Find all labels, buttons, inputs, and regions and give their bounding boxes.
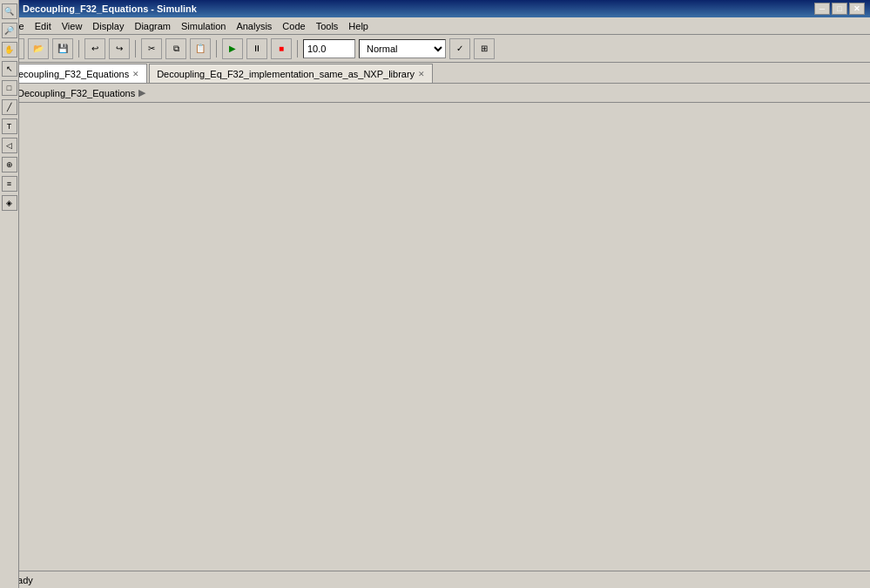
minimize-button[interactable]: ─	[814, 3, 830, 15]
breadcrumb: Decoupling_F32_Equations	[17, 88, 135, 98]
menu-code[interactable]: Code	[277, 19, 310, 33]
menu-analysis[interactable]: Analysis	[231, 19, 277, 33]
sidebar-misc3[interactable]: ◈	[2, 195, 17, 211]
mode-select[interactable]: Normal Accelerator	[359, 39, 446, 58]
sep3	[216, 40, 217, 57]
sidebar-text[interactable]: T	[2, 118, 17, 134]
menu-help[interactable]: Help	[343, 19, 374, 33]
cut-button[interactable]: ✂	[141, 38, 162, 59]
open-button[interactable]: 📂	[28, 38, 49, 59]
sidebar-block[interactable]: □	[2, 80, 17, 96]
sidebar-line[interactable]: ╱	[2, 99, 17, 115]
copy-button[interactable]: ⧉	[165, 38, 186, 59]
tab-decoupling-f32[interactable]: Decoupling_F32_Equations ✕	[3, 64, 147, 83]
menu-diagram[interactable]: Diagram	[129, 19, 176, 33]
sep2	[135, 40, 136, 57]
tab-label-2: Decoupling_Eq_F32_implementation_same_as…	[157, 69, 415, 79]
sidebar-zoom-in[interactable]: 🔍	[2, 3, 17, 19]
menu-view[interactable]: View	[57, 19, 88, 33]
sidebar-port[interactable]: ◁	[2, 138, 17, 153]
tab-decoupling-eq[interactable]: Decoupling_Eq_F32_implementation_same_as…	[149, 64, 433, 83]
sidebar-misc1[interactable]: ⊕	[2, 157, 17, 172]
menu-display[interactable]: Display	[87, 19, 129, 33]
tab-close-2[interactable]: ✕	[418, 70, 425, 78]
title-bar: Decoupling_F32_Equations - Simulink ─ □ …	[0, 0, 870, 17]
paste-button[interactable]: 📋	[190, 38, 211, 59]
sep4	[297, 40, 298, 57]
menu-edit[interactable]: Edit	[30, 19, 57, 33]
redo-button[interactable]: ↪	[109, 38, 130, 59]
maximize-button[interactable]: □	[832, 3, 847, 15]
sidebar-misc2[interactable]: ≡	[2, 176, 17, 192]
breadcrumb-arrow: ▶	[138, 87, 145, 98]
left-sidebar: 🔍 🔎 ✋ ↖ □ ╱ T ◁ ⊕ ≡ ◈	[0, 0, 19, 588]
window-title: Decoupling_F32_Equations - Simulink	[23, 3, 197, 14]
sidebar-hand[interactable]: ✋	[2, 42, 17, 57]
run-button[interactable]: ▶	[222, 38, 243, 59]
pause-button[interactable]: ⏸	[246, 38, 267, 59]
grid-button[interactable]: ⊞	[474, 38, 495, 59]
toolbar: 📄 📂 💾 ↩ ↪ ✂ ⧉ 📋 ▶ ⏸ ■ Normal Accelerator…	[0, 35, 870, 63]
close-button[interactable]: ✕	[849, 3, 865, 15]
sidebar-zoom-out[interactable]: 🔎	[2, 23, 17, 38]
sep1	[78, 40, 79, 57]
menu-tools[interactable]: Tools	[311, 19, 344, 33]
save-button[interactable]: 💾	[52, 38, 73, 59]
breadcrumb-bar: ▶ Decoupling_F32_Equations ▶	[0, 84, 870, 103]
undo-button[interactable]: ↩	[84, 38, 105, 59]
check-button[interactable]: ✓	[449, 38, 470, 59]
menu-bar: File Edit View Display Diagram Simulatio…	[0, 17, 870, 35]
tab-label-1: Decoupling_F32_Equations	[11, 69, 129, 79]
window-controls[interactable]: ─ □ ✕	[814, 3, 865, 15]
stop-button[interactable]: ■	[271, 38, 292, 59]
tab-bar: Decoupling_F32_Equations ✕ Decoupling_Eq…	[0, 63, 870, 84]
menu-simulation[interactable]: Simulation	[176, 19, 231, 33]
sidebar-arrow[interactable]: ↖	[2, 61, 17, 77]
tab-close-1[interactable]: ✕	[132, 70, 139, 78]
zoom-input[interactable]	[303, 39, 355, 58]
status-bar: Ready	[0, 571, 870, 588]
